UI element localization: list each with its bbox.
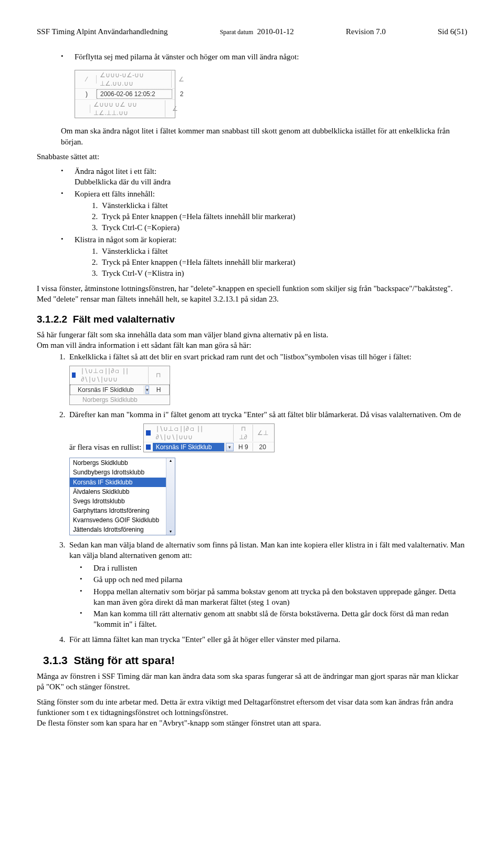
sec-3122-intro2: Om man vill ändra information i ett såda… bbox=[37, 340, 467, 350]
sec-313-p1: Många av fönstren i SSF Timing där man k… bbox=[37, 671, 467, 692]
row-selector-icon bbox=[146, 444, 150, 450]
step3-bullet: Hoppa mellan alternativ som börjar på sa… bbox=[80, 586, 467, 608]
snabbaste-title: Snabbaste sättet att: bbox=[37, 151, 467, 162]
dropdown-open: Norbergs SkidklubbSundbybergs Idrottsklu… bbox=[69, 458, 175, 535]
step3-bullet: Gå upp och ned med pilarna bbox=[80, 574, 467, 585]
chevron-down-icon: ▾ bbox=[226, 443, 234, 451]
sec-313-p3: De flesta fönster som kan spara har en "… bbox=[37, 718, 467, 728]
snabbaste-list: Ändra något litet i ett fält: Dubbelklic… bbox=[37, 166, 467, 279]
section-3122-heading: 3.1.2.2 Fält med valalternativ bbox=[37, 313, 467, 326]
header-saved: Sparat datum 2010-01-12 bbox=[220, 26, 294, 37]
dropdown-option: Svegs Idrottsklubb bbox=[70, 496, 166, 506]
scroll-down-icon: ▾ bbox=[170, 529, 172, 535]
delete-para: I vissa fönster, åtminstone lottningsfön… bbox=[37, 283, 467, 305]
chevron-down-icon: ▾ bbox=[145, 386, 149, 394]
header-page: Sid 6(51) bbox=[438, 26, 467, 37]
dropdown-option: Norbergs Skidklubb bbox=[70, 458, 166, 468]
after-img1-para: Om man ska ändra något litet i fältet ko… bbox=[61, 126, 467, 147]
step3-bullet: Man kan komma till rätt alternativ genom… bbox=[80, 608, 467, 630]
dropdown-option: Korsnäs IF Skidklubb bbox=[70, 478, 166, 487]
scroll-up-icon: ▴ bbox=[170, 458, 172, 464]
grid-screenshot-1: ∕ ∠∪∪∪-∪∠-∪∪ ⊥∠.∪∪.∪∪ ∠ ) 2006-02-06 12:… bbox=[75, 70, 175, 119]
row-selector-icon bbox=[72, 372, 76, 378]
dropdown-option: Sundbybergs Idrottsklubb bbox=[70, 468, 166, 477]
dropdown-option: Jättendals Idrottsförening bbox=[70, 525, 166, 534]
sec-3122-steps: Enkelklicka i fältet så att det blir en … bbox=[37, 351, 467, 645]
header-title: SSF Timing Alpint Användarhandledning bbox=[37, 26, 168, 37]
dropdown-option: Garphyttans Idrottsförening bbox=[70, 506, 166, 515]
page-header: SSF Timing Alpint Användarhandledning Sp… bbox=[37, 26, 467, 37]
step4: För att lämna fältet kan man trycka "Ent… bbox=[67, 634, 467, 645]
intro-bullet: Förflytta sej med pilarna åt vänster och… bbox=[61, 51, 467, 62]
step3-bullet: Dra i rullisten bbox=[80, 563, 467, 573]
scrollbar: ▴ ▾ bbox=[166, 458, 175, 535]
step3-bullets: Dra i rullistenGå upp och ned med pilarn… bbox=[69, 563, 467, 630]
sec-3122-intro1: Så här fungerar fält som ska innehålla d… bbox=[37, 329, 467, 340]
intro-bullet-list: Förflytta sej med pilarna åt vänster och… bbox=[37, 51, 467, 62]
row-selector-icon bbox=[146, 430, 151, 436]
header-revision: Revision 7.0 bbox=[346, 26, 386, 37]
listbox-screenshot-1: ∣∖∪⊥⫏∣∣∂⫏ ∣∣ ∂∖∣∪∖∣∪∪∪ ⊓ Korsnäs IF Skid… bbox=[69, 366, 170, 406]
dropdown-option: Kvarnsvedens GOIF Skidklubb bbox=[70, 515, 166, 525]
sec-313-p2: Stäng fönster som du inte arbetar med. D… bbox=[37, 697, 467, 718]
dropdown-option: Älvdalens Skidklubb bbox=[70, 487, 166, 496]
section-313-heading: 3.1.3 Stäng för att spara! bbox=[43, 653, 467, 668]
listbox-screenshot-2: ∣∖∪⊥⫏∣∣∂⫏ ∣∣ ∂∖∣∪∖∣∪∪∪ ⊓ ⊥∂ ∠⊥ Korsnäs I… bbox=[143, 423, 275, 453]
